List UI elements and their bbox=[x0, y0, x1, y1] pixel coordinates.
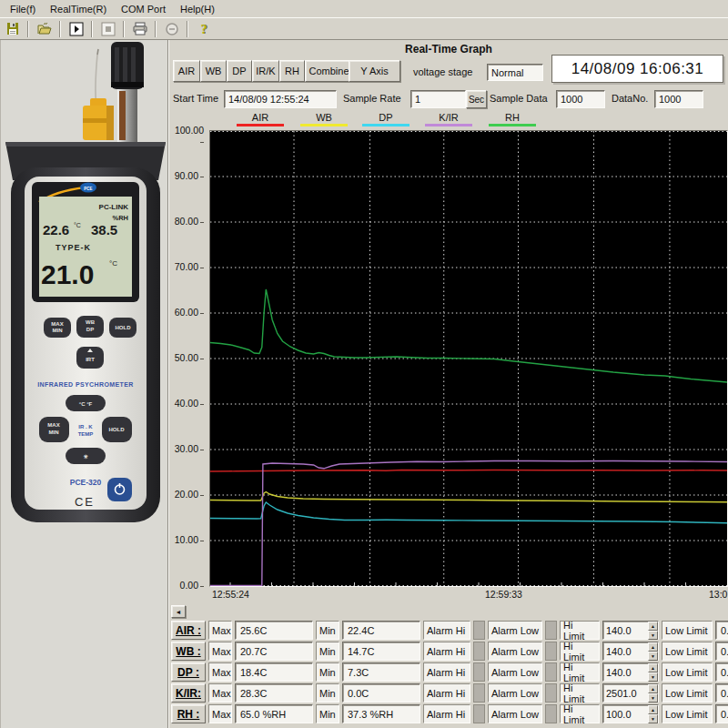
menu-com-port[interactable]: COM Port bbox=[115, 2, 174, 16]
hi-limit-spinner[interactable]: 100.0 ▲▼ bbox=[602, 704, 659, 723]
spinner-arrows[interactable]: ▲▼ bbox=[648, 684, 658, 702]
table-row: AIR : Max 25.6C Min 22.4C Alarm Hi Alarm… bbox=[171, 621, 728, 640]
spin-up-icon[interactable]: ▲ bbox=[648, 642, 658, 652]
sample-data-field[interactable]: 1000 bbox=[556, 90, 605, 108]
alarm-low-label: Alarm Low bbox=[488, 621, 542, 640]
legend-label: AIR bbox=[252, 112, 268, 123]
scroll-left-button[interactable]: ◄ bbox=[171, 605, 186, 618]
menu-help[interactable]: Help(H) bbox=[174, 2, 223, 16]
sec-button[interactable]: Sec bbox=[466, 90, 487, 108]
toolbar-separator bbox=[155, 21, 157, 37]
low-limit-label: Low Limit bbox=[662, 704, 713, 723]
main-area: PCE PC-LINK %RH 22.6 °C 38.5 TYPE-K 21.0… bbox=[0, 40, 728, 728]
spin-up-icon[interactable]: ▲ bbox=[648, 684, 658, 693]
hi-limit-spinner[interactable]: 140.0 ▲▼ bbox=[602, 662, 659, 682]
print-icon[interactable] bbox=[127, 20, 152, 38]
table-row: RH : Max 65.0 %RH Min 37.3 %RH Alarm Hi … bbox=[171, 704, 728, 723]
hi-limit-value[interactable]: 2501.0 bbox=[603, 684, 648, 702]
table-row: WB : Max 20.7C Min 14.7C Alarm Hi Alarm … bbox=[171, 642, 728, 661]
hi-limit-value[interactable]: 140.0 bbox=[603, 663, 648, 681]
hi-limit-value[interactable]: 140.0 bbox=[603, 642, 648, 660]
low-limit-field[interactable]: 0.0 bbox=[715, 662, 728, 682]
legend-label: RH bbox=[505, 112, 520, 123]
hi-limit-spinner[interactable]: 2501.0 ▲▼ bbox=[602, 683, 659, 703]
max-label: Max bbox=[208, 621, 232, 640]
lcd-temp-unit: °C bbox=[74, 222, 81, 228]
toolbar-separator bbox=[27, 21, 29, 37]
alarm-low-indicator bbox=[545, 621, 557, 640]
thermocouple-wire bbox=[96, 49, 98, 106]
spinner-arrows[interactable]: ▲▼ bbox=[648, 622, 658, 639]
combine-button[interactable]: Combine bbox=[305, 60, 353, 82]
channel-name-button[interactable]: RH : bbox=[171, 704, 206, 723]
low-limit-field[interactable]: 0.0 bbox=[715, 642, 728, 661]
sample-rate-field[interactable]: 1 bbox=[410, 90, 466, 108]
stop-icon[interactable] bbox=[96, 20, 120, 38]
channel-name-button[interactable]: DP : bbox=[171, 662, 206, 682]
rh-button[interactable]: RH bbox=[279, 60, 305, 82]
alarm-hi-indicator bbox=[473, 683, 485, 703]
spinner-arrows[interactable]: ▲▼ bbox=[648, 642, 658, 660]
channel-button-group: AIR WB DP IR/K RH Combine bbox=[173, 60, 353, 82]
help-icon[interactable]: ?? bbox=[191, 20, 216, 38]
spin-down-icon[interactable]: ▼ bbox=[648, 652, 658, 661]
spinner-arrows[interactable]: ▲▼ bbox=[648, 705, 658, 723]
hi-limit-value[interactable]: 140.0 bbox=[603, 622, 648, 639]
legend-swatch-wb bbox=[300, 124, 348, 126]
spin-down-icon[interactable]: ▼ bbox=[648, 672, 658, 682]
max-label: Max bbox=[208, 683, 232, 703]
plot-area bbox=[209, 130, 728, 587]
spin-up-icon[interactable]: ▲ bbox=[648, 622, 658, 631]
key-maxmin-2: MAX bbox=[47, 422, 59, 428]
y-axis-button[interactable]: Y Axis bbox=[349, 60, 400, 82]
low-limit-field[interactable]: 0.0 bbox=[715, 683, 728, 703]
channel-name-button[interactable]: K/IR: bbox=[171, 683, 206, 703]
spin-up-icon[interactable]: ▲ bbox=[648, 663, 658, 672]
alarm-hi-indicator bbox=[473, 662, 485, 682]
irk-button[interactable]: IR/K bbox=[252, 60, 279, 82]
hi-limit-label: Hi Limit bbox=[560, 704, 600, 723]
hi-limit-label: Hi Limit bbox=[560, 621, 600, 640]
wb-button[interactable]: WB bbox=[200, 60, 227, 82]
y-tick: 80.00 bbox=[169, 216, 204, 227]
menu-file[interactable]: File(f) bbox=[4, 2, 44, 16]
save-icon[interactable] bbox=[0, 20, 25, 38]
x-tick-start: 12:55:24 bbox=[212, 589, 249, 600]
hi-limit-value[interactable]: 100.0 bbox=[603, 705, 648, 723]
pad-center-temp: TEMP bbox=[78, 431, 94, 437]
max-label: Max bbox=[208, 662, 232, 682]
channel-name-button[interactable]: AIR : bbox=[171, 621, 206, 640]
key-maxmin-1b: MIN bbox=[53, 328, 63, 333]
realtime-chart bbox=[210, 131, 727, 586]
air-button[interactable]: AIR bbox=[173, 60, 200, 82]
lcd-rh-value: 38.5 bbox=[91, 222, 117, 238]
low-limit-field[interactable]: 0.0 bbox=[715, 704, 728, 723]
start-icon[interactable] bbox=[64, 20, 88, 38]
min-label: Min bbox=[316, 683, 339, 703]
channel-name-button[interactable]: WB : bbox=[171, 642, 206, 661]
x-tick-mid: 12:59:33 bbox=[485, 589, 522, 600]
y-tick: 70.00 bbox=[169, 261, 204, 272]
alarm-hi-label: Alarm Hi bbox=[423, 704, 470, 723]
spin-up-icon[interactable]: ▲ bbox=[648, 705, 658, 714]
hi-limit-spinner[interactable]: 140.0 ▲▼ bbox=[602, 642, 659, 661]
hi-limit-spinner[interactable]: 140.0 ▲▼ bbox=[602, 621, 659, 640]
max-value-field: 18.4C bbox=[235, 662, 313, 682]
dp-button[interactable]: DP bbox=[227, 60, 252, 82]
y-tick: 0.00 bbox=[169, 580, 204, 591]
low-limit-label: Low Limit bbox=[662, 642, 713, 661]
sample-rate-label: Sample Rate bbox=[343, 93, 401, 104]
low-limit-field[interactable]: 0.0 bbox=[715, 621, 728, 640]
key-hold-2: HOLD bbox=[109, 427, 126, 432]
menu-realtime[interactable]: RealTime(R) bbox=[44, 2, 115, 16]
open-icon[interactable] bbox=[32, 20, 56, 38]
device-lcd: PCE PC-LINK %RH 22.6 °C 38.5 TYPE-K 21.0… bbox=[32, 182, 139, 302]
legend-item-rh: RH bbox=[489, 112, 536, 126]
key-wbdp-b: DP bbox=[86, 327, 94, 332]
spin-down-icon[interactable]: ▼ bbox=[648, 714, 658, 723]
min-value-field: 14.7C bbox=[342, 642, 420, 661]
spin-down-icon[interactable]: ▼ bbox=[648, 631, 658, 640]
spin-down-icon[interactable]: ▼ bbox=[648, 693, 658, 703]
spinner-arrows[interactable]: ▲▼ bbox=[648, 663, 658, 681]
disconnect-icon[interactable] bbox=[159, 20, 184, 38]
